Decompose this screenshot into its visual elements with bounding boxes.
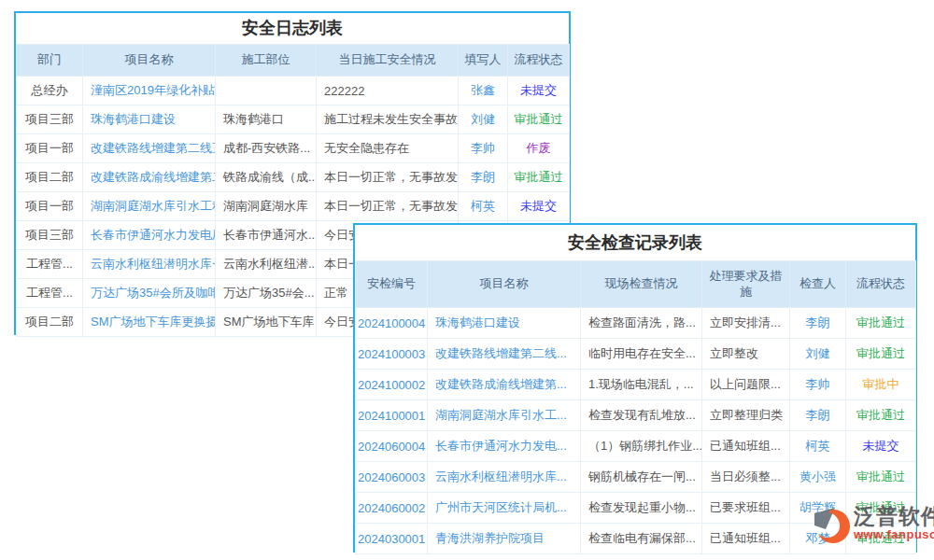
project-link[interactable]: 改建铁路线增建第二线...	[428, 339, 581, 370]
col-header-dept: 部门	[17, 45, 83, 77]
dept-cell: 工程管...	[17, 250, 83, 279]
project-link[interactable]: 万达广场35#会所及咖啡...	[83, 279, 216, 308]
project-link[interactable]: SM广场地下车库更换摄...	[83, 308, 216, 337]
dept-cell: 项目一部	[17, 134, 83, 163]
project-link[interactable]: 湖南洞庭湖水库引水工...	[428, 400, 581, 431]
flow-status-badge: 审批中	[846, 370, 916, 400]
construction-part-cell: 湖南洞庭湖水库	[216, 192, 317, 221]
inspector-link[interactable]: 黄小强	[790, 462, 846, 493]
site-check-situation-cell: 检查路面清洗，路...	[581, 308, 702, 339]
measure-cell: 立即整改	[702, 339, 790, 370]
flow-status-badge: 未提交	[508, 192, 570, 221]
table-row: 2024060002广州市天河区统计局机...检查发现起重小物...已要求班组.…	[356, 493, 916, 524]
site-check-situation-cell: 钢筋机械存在一闸...	[581, 462, 702, 493]
writer-link[interactable]: 李朗	[459, 163, 508, 192]
project-link[interactable]: 珠海鹤港口建设	[428, 308, 581, 339]
dept-cell: 工程管...	[17, 279, 83, 308]
measure-cell: 立即整理归类	[702, 400, 790, 431]
safety-log-title: 安全日志列表	[16, 13, 569, 44]
construction-part-cell: 云南水利枢纽潜...	[216, 250, 317, 279]
dept-cell: 项目一部	[17, 192, 83, 221]
dept-cell: 项目三部	[17, 221, 83, 250]
construction-part-cell: 铁路成渝线（成...	[216, 163, 317, 192]
site-check-situation-cell: 检查发现有乱堆放...	[581, 400, 702, 431]
flow-status-badge: 审批通过	[846, 308, 916, 339]
writer-link[interactable]: 柯英	[459, 192, 508, 221]
project-link[interactable]: 长春市伊通河水力发电厂...	[83, 221, 216, 250]
table-row: 2024060003云南水利枢纽潜明水库...钢筋机械存在一闸...当日必须整.…	[356, 462, 916, 493]
measure-cell: 当日必须整...	[702, 462, 790, 493]
project-link[interactable]: 长春市伊通河水力发电...	[428, 431, 581, 462]
table-row: 2024100001湖南洞庭湖水库引水工...检查发现有乱堆放...立即整理归类…	[356, 400, 916, 431]
col-header-inspector: 检查人	[790, 261, 846, 308]
writer-link[interactable]: 张鑫	[459, 77, 508, 105]
safety-log-header-row: 部门 项目名称 施工部位 当日施工安全情况 填写人 流程状态	[17, 45, 570, 77]
site-check-situation-cell: 检查发现起重小物...	[581, 493, 702, 524]
project-link[interactable]: 改建铁路线增建第二线直...	[83, 134, 216, 163]
flow-status-badge: 审批通过	[508, 163, 570, 192]
project-link[interactable]: 青海洪湖养护院项目	[428, 524, 581, 554]
safety-situation-cell: 222222	[317, 77, 459, 105]
dept-cell: 项目二部	[17, 163, 83, 192]
measure-cell: 已要求班组...	[702, 493, 790, 524]
project-link[interactable]: 潼南区2019年绿化补贴项...	[83, 77, 216, 105]
flow-status-badge: 审批通过	[846, 524, 916, 554]
inspector-link[interactable]: 刘健	[790, 339, 846, 370]
safety-inspection-title: 安全检查记录列表	[355, 225, 915, 260]
inspector-link[interactable]: 柯英	[790, 431, 846, 462]
measure-cell: 立即安排清...	[702, 308, 790, 339]
flow-status-badge: 未提交	[508, 77, 570, 105]
safety-inspection-header-row: 安检编号 项目名称 现场检查情况 处理要求及措施 检查人 流程状态	[356, 261, 916, 308]
inspection-no-link[interactable]: 2024100003	[356, 339, 428, 370]
table-row: 2024100002改建铁路成渝线增建第...1.现场临电混乱，...以上问题限…	[356, 370, 916, 400]
project-link[interactable]: 广州市天河区统计局机...	[428, 493, 581, 524]
inspection-no-link[interactable]: 2024100004	[356, 308, 428, 339]
inspection-no-link[interactable]: 2024060003	[356, 462, 428, 493]
flow-status-badge: 作废	[508, 134, 570, 163]
measure-cell: 已通知班组...	[702, 431, 790, 462]
inspection-no-link[interactable]: 2024100002	[356, 370, 428, 400]
dept-cell: 项目二部	[17, 308, 83, 337]
project-link[interactable]: 改建铁路成渝线增建第二...	[83, 163, 216, 192]
inspection-no-link[interactable]: 2024060004	[356, 431, 428, 462]
safety-situation-cell: 施工过程未发生安全事故...	[317, 105, 459, 134]
inspector-link[interactable]: 胡学辉	[790, 493, 846, 524]
flow-status-badge: 审批通过	[508, 105, 570, 134]
inspection-no-link[interactable]: 2024030001	[356, 524, 428, 554]
writer-link[interactable]: 李帅	[459, 134, 508, 163]
col-header-project: 项目名称	[428, 261, 581, 308]
table-row: 项目一部湖南洞庭湖水库引水工程...湖南洞庭湖水库本日一切正常，无事故发...柯…	[17, 192, 570, 221]
safety-inspection-table: 安检编号 项目名称 现场检查情况 处理要求及措施 检查人 流程状态 202410…	[355, 260, 916, 554]
project-link[interactable]: 湖南洞庭湖水库引水工程...	[83, 192, 216, 221]
flow-status-badge: 审批通过	[846, 400, 916, 431]
project-link[interactable]: 云南水利枢纽潜明水库一...	[83, 250, 216, 279]
construction-part-cell: 长春市伊通河水...	[216, 221, 317, 250]
construction-part-cell: 万达广场35#会...	[216, 279, 317, 308]
construction-part-cell: SM广场地下车库	[216, 308, 317, 337]
inspector-link[interactable]: 邓梦	[790, 524, 846, 554]
flow-status-badge: 审批通过	[846, 493, 916, 524]
inspector-link[interactable]: 李朗	[790, 400, 846, 431]
inspection-no-link[interactable]: 2024100001	[356, 400, 428, 431]
construction-part-cell: 成都-西安铁路...	[216, 134, 317, 163]
writer-link[interactable]: 刘健	[459, 105, 508, 134]
project-link[interactable]: 改建铁路成渝线增建第...	[428, 370, 581, 400]
safety-situation-cell: 本日一切正常，无事故发...	[317, 163, 459, 192]
inspector-link[interactable]: 李朗	[790, 308, 846, 339]
table-row: 总经办潼南区2019年绿化补贴项...222222张鑫未提交	[17, 77, 570, 105]
table-row: 项目三部珠海鹤港口建设珠海鹤港口施工过程未发生安全事故...刘健审批通过	[17, 105, 570, 134]
col-header-writer: 填写人	[459, 45, 508, 77]
inspection-no-link[interactable]: 2024060002	[356, 493, 428, 524]
col-header-status: 流程状态	[846, 261, 916, 308]
col-header-measure: 处理要求及措施	[702, 261, 790, 308]
col-header-situation: 现场检查情况	[581, 261, 702, 308]
safety-situation-cell: 本日一切正常，无事故发...	[317, 192, 459, 221]
inspector-link[interactable]: 李帅	[790, 370, 846, 400]
col-header-no: 安检编号	[356, 261, 428, 308]
flow-status-badge: 审批通过	[846, 462, 916, 493]
safety-inspection-panel: 安全检查记录列表 安检编号 项目名称 现场检查情况 处理要求及措施 检查人 流程…	[353, 223, 917, 553]
project-link[interactable]: 珠海鹤港口建设	[83, 105, 216, 134]
project-link[interactable]: 云南水利枢纽潜明水库...	[428, 462, 581, 493]
flow-status-badge: 未提交	[846, 431, 916, 462]
site-check-situation-cell: 临时用电存在安全...	[581, 339, 702, 370]
